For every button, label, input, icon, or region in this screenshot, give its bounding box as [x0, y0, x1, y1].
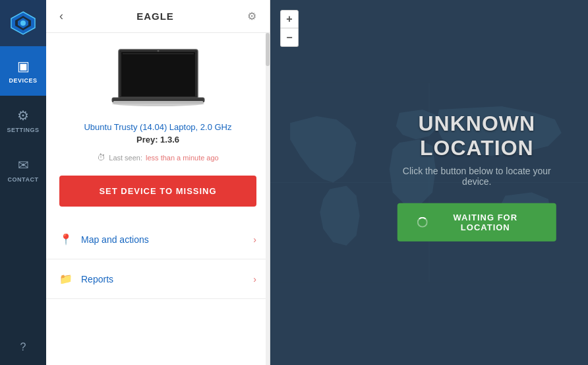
- sidebar-item-contact[interactable]: ✉ CONTACT: [0, 145, 46, 195]
- device-laptop-image: [105, 46, 211, 112]
- last-seen-info: ⏱ Last seen: less than a minute ago: [59, 152, 256, 162]
- device-description: Ubuntu Trusty (14.04) Laptop, 2.0 GHz: [59, 122, 256, 132]
- device-image-container: [59, 46, 256, 112]
- loading-spinner: [417, 216, 428, 227]
- devices-icon: ▣: [17, 58, 30, 74]
- sidebar-settings-label: SETTINGS: [7, 127, 39, 133]
- map-pin-icon: 📍: [59, 233, 71, 246]
- svg-rect-5: [121, 52, 195, 96]
- sidebar-devices-label: DEVICES: [9, 77, 37, 84]
- svg-rect-8: [113, 101, 203, 104]
- contact-icon: ✉: [18, 157, 29, 173]
- map-actions-nav-item[interactable]: 📍 Map and actions ›: [46, 220, 270, 259]
- settings-button[interactable]: ⚙: [244, 7, 260, 26]
- panel-content: Ubuntu Trusty (14.04) Laptop, 2.0 GHz Pr…: [46, 33, 270, 365]
- panel-header: ‹ EAGLE ⚙: [46, 0, 270, 33]
- last-seen-time: less than a minute ago: [146, 154, 219, 162]
- scrollbar-track: [266, 33, 270, 365]
- device-panel: ‹ EAGLE ⚙ Ubuntu Trusty (14.04) Lapt: [46, 0, 270, 365]
- sidebar-logo: [0, 0, 46, 46]
- zoom-out-button[interactable]: −: [280, 28, 299, 47]
- map-actions-label: Map and actions: [81, 234, 253, 245]
- reports-chevron-icon: ›: [253, 274, 256, 284]
- set-missing-button[interactable]: SET DEVICE TO MISSING: [59, 176, 256, 207]
- unknown-location-title: UNKNOWN LOCATION: [397, 111, 556, 160]
- scrollbar-thumb[interactable]: [266, 33, 270, 66]
- last-seen-label: Last seen:: [109, 154, 142, 162]
- sidebar-help-button[interactable]: ?: [0, 329, 46, 365]
- back-button[interactable]: ‹: [56, 6, 67, 26]
- map-chevron-icon: ›: [253, 234, 256, 245]
- svg-point-10: [157, 50, 159, 52]
- zoom-in-button[interactable]: +: [280, 10, 299, 28]
- map-zoom-controls: + −: [280, 10, 299, 47]
- sidebar: ▣ DEVICES ⚙ SETTINGS ✉ CONTACT ?: [0, 0, 46, 365]
- svg-point-3: [20, 20, 26, 26]
- sidebar-contact-label: CONTACT: [8, 176, 39, 183]
- folder-icon: 📁: [59, 273, 71, 285]
- unknown-location-subtitle: Click the button below to locate your de…: [397, 165, 556, 186]
- device-prey-version: Prey: 1.3.6: [59, 135, 256, 145]
- clock-icon: ⏱: [97, 152, 105, 162]
- reports-label: Reports: [81, 274, 253, 284]
- sidebar-item-settings[interactable]: ⚙ SETTINGS: [0, 96, 46, 145]
- reports-nav-item[interactable]: 📁 Reports ›: [46, 259, 270, 299]
- map-container: + − UNKNOWN LOCATION Click the button be…: [270, 0, 588, 365]
- settings-icon: ⚙: [17, 108, 29, 123]
- svg-rect-9: [123, 53, 194, 54]
- help-icon: ?: [20, 341, 26, 353]
- prey-logo-icon: [10, 11, 36, 36]
- waiting-for-location-button[interactable]: WAITING FOR LOCATION: [397, 203, 556, 241]
- waiting-label: WAITING FOR LOCATION: [434, 212, 537, 232]
- panel-title: EAGLE: [136, 11, 174, 22]
- map-overlay: UNKNOWN LOCATION Click the button below …: [397, 111, 556, 241]
- sidebar-item-devices[interactable]: ▣ DEVICES: [0, 46, 46, 96]
